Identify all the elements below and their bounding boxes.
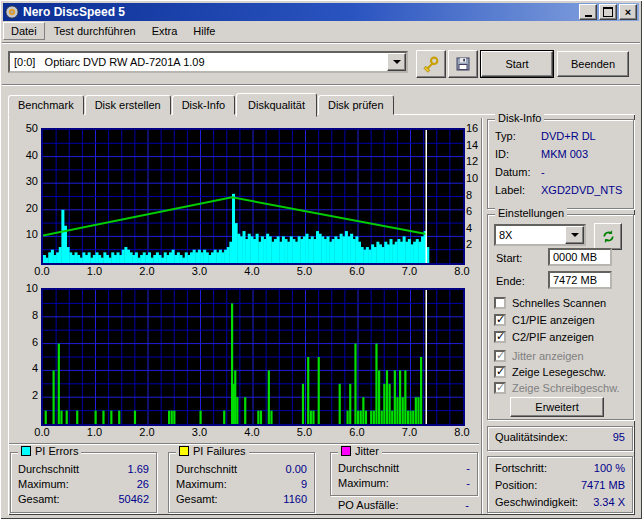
checkbox-zeige-schreibgeschw: Zeige Schreibgeschw.	[494, 381, 620, 395]
checkbox-icon	[494, 297, 506, 309]
checkbox-icon	[494, 331, 506, 343]
quit-button[interactable]: Beenden	[557, 51, 629, 77]
start-button[interactable]: Start	[481, 51, 553, 77]
jitter-max-value: -	[466, 476, 470, 491]
progress-label: Fortschritt:	[495, 460, 547, 477]
disk-label-value: XGD2DVD_NTS	[541, 181, 622, 199]
disk-info-row-typ: Typ:DVD+R DL	[488, 127, 633, 145]
pie-avg-value: 1.69	[128, 462, 149, 477]
refresh-button[interactable]	[594, 223, 622, 250]
tick-label: 5.0	[293, 265, 317, 277]
pi-failures-stats: PI Failures Durchschnitt0.00 Maximum:9 G…	[168, 452, 315, 513]
speed-label: Geschwindigkeit:	[495, 494, 578, 511]
tab-benchmark[interactable]: Benchmark	[8, 95, 84, 115]
position-label: Position:	[495, 477, 537, 494]
tick-label: 2.0	[135, 426, 159, 438]
disk-label-label: Label:	[495, 181, 541, 199]
tick-label: 7.0	[398, 265, 422, 277]
progress-panel: Fortschritt:100 % Position:7471 MB Gesch…	[487, 456, 633, 513]
progress-value: 100 %	[594, 460, 625, 477]
quality-index-label: Qualitätsindex:	[495, 427, 568, 448]
disk-info-row-id: ID:MKM 003	[488, 145, 633, 163]
jitter-avg-value: -	[466, 461, 470, 476]
checkbox-c1-pie-anzeigen[interactable]: C1/PIE anzeigen	[494, 313, 595, 327]
maximize-icon	[603, 7, 613, 17]
tick-label: 2.0	[135, 265, 159, 277]
maximize-button[interactable]	[599, 4, 617, 20]
tab-disk-info[interactable]: Disk-Info	[172, 95, 235, 115]
close-button[interactable]: ×	[619, 4, 637, 20]
tick-label: 8.0	[450, 265, 474, 277]
tick-label: 8.0	[450, 426, 474, 438]
drive-select-value: [0:0] Optiarc DVD RW AD-7201A 1.09	[10, 56, 387, 68]
speed-chevron-down-icon[interactable]	[565, 226, 584, 244]
disk-id-label: ID:	[495, 145, 541, 163]
position-value: 7471 MB	[581, 477, 625, 494]
window-title: Nero DiscSpeed 5	[23, 5, 577, 19]
checkbox-icon	[494, 382, 506, 394]
minimize-button[interactable]	[579, 4, 597, 20]
pi-errors-title: PI Errors	[35, 445, 78, 457]
tools-button[interactable]	[416, 50, 446, 78]
pi-failures-swatch	[179, 446, 189, 456]
checkbox-label: Jitter anzeigen	[512, 350, 584, 362]
jitter-title: Jitter	[355, 445, 379, 457]
tick-label: 6	[466, 205, 488, 217]
speed-value: 3.34 X	[593, 494, 625, 511]
start-field-label: Start:	[496, 252, 522, 264]
tick-label: 6.0	[345, 265, 369, 277]
checkbox-schnelles-scannen[interactable]: Schnelles Scannen	[494, 296, 606, 310]
po-failures-value: -	[465, 498, 469, 513]
drive-select[interactable]: [0:0] Optiarc DVD RW AD-7201A 1.09	[8, 51, 408, 73]
tab-diskqualitaet[interactable]: Diskqualität	[236, 93, 317, 117]
end-field[interactable]: 7472 MB	[548, 271, 612, 289]
pi-errors-stats: PI Errors Durchschnitt1.69 Maximum:26 Ge…	[10, 452, 157, 513]
tick-label: 0.0	[30, 426, 54, 438]
save-button[interactable]	[448, 50, 478, 78]
chevron-down-icon[interactable]	[387, 53, 406, 71]
tick-label: 7.0	[398, 426, 422, 438]
app-window: Nero DiscSpeed 5 × Datei Test durchführe…	[0, 0, 642, 519]
checkbox-jitter-anzeigen: Jitter anzeigen	[494, 349, 584, 363]
pi-errors-swatch	[21, 446, 31, 456]
pi-errors-chart	[41, 128, 465, 265]
menu-datei[interactable]: Datei	[3, 22, 45, 40]
menu-divider	[2, 42, 640, 44]
menu-extra[interactable]: Extra	[145, 23, 185, 39]
start-field[interactable]: 0000 MB	[548, 248, 612, 266]
tick-label: 20	[14, 202, 38, 214]
disk-typ-label: Typ:	[495, 127, 541, 145]
checkbox-zeige-lesegeschw[interactable]: Zeige Lesegeschw.	[494, 365, 606, 379]
disk-typ-value: DVD+R DL	[541, 127, 596, 145]
pie-max-label: Maximum:	[18, 477, 69, 492]
tab-strip: Benchmark Disk erstellen Disk-Info Diskq…	[8, 96, 395, 115]
advanced-button[interactable]: Erweitert	[510, 397, 604, 417]
tick-label: 10	[466, 172, 488, 184]
close-icon: ×	[625, 7, 631, 17]
start-field-value: 0000 MB	[553, 251, 597, 263]
right-panel-divider	[481, 118, 483, 514]
pie-avg-label: Durchschnitt	[18, 462, 79, 477]
pi-failures-plot	[43, 290, 463, 424]
checkbox-label: C2/PIF anzeigen	[512, 331, 594, 343]
tick-label: 4.0	[240, 265, 264, 277]
pif-total-value: 1160	[283, 492, 307, 507]
tick-label: 40	[14, 149, 38, 161]
po-failures-label: PO Ausfälle:	[338, 498, 399, 513]
checkbox-c2-pif-anzeigen[interactable]: C2/PIF anzeigen	[494, 330, 594, 344]
tick-label: 2	[14, 389, 38, 401]
checkbox-label: Zeige Schreibgeschw.	[512, 382, 620, 394]
checkbox-label: Schnelles Scannen	[512, 297, 606, 309]
tab-disk-pruefen[interactable]: Disk prüfen	[318, 95, 394, 115]
pi-failures-chart	[41, 288, 465, 426]
tick-label: 8	[14, 309, 38, 321]
tab-disk-erstellen[interactable]: Disk erstellen	[85, 95, 171, 115]
checkbox-label: Zeige Lesegeschw.	[512, 366, 606, 378]
speed-select[interactable]: 8X	[494, 224, 586, 246]
checkbox-icon	[494, 314, 506, 326]
tick-label: 30	[14, 175, 38, 187]
tick-label: 0.0	[30, 265, 54, 277]
menu-test-durchfuehren[interactable]: Test durchführen	[47, 23, 143, 39]
tick-label: 3.0	[188, 265, 212, 277]
menu-hilfe[interactable]: Hilfe	[186, 23, 222, 39]
